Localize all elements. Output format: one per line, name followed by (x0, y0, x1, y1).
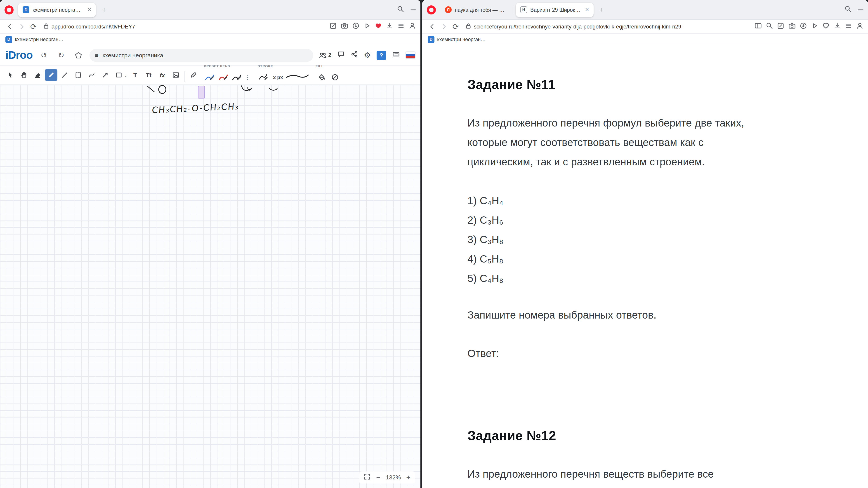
undo-icon[interactable]: ↺ (38, 49, 50, 61)
whiteboard-canvas[interactable]: CH₃CH₂-O-CH₂CH₃ − 132% + (0, 85, 421, 488)
save-page-icon[interactable] (352, 22, 360, 31)
back-icon[interactable] (427, 21, 438, 32)
arrow-tool-icon[interactable] (99, 69, 112, 81)
tab-close-icon[interactable]: ✕ (87, 7, 91, 13)
preset-pen-blue-icon[interactable] (204, 71, 216, 84)
profile-icon[interactable] (856, 22, 864, 31)
image-tool-icon[interactable] (169, 69, 182, 81)
new-tab-button[interactable]: + (98, 4, 110, 15)
yandex-favicon: Я (445, 6, 452, 13)
help-button[interactable]: ? (377, 51, 386, 60)
chat-icon[interactable] (337, 51, 345, 60)
no-fill-icon[interactable] (329, 71, 341, 84)
stroke-group: STROKE 2 px (254, 63, 312, 87)
profile-icon[interactable] (409, 22, 416, 31)
redo-icon[interactable]: ↻ (55, 49, 67, 61)
opera-logo-icon[interactable] (427, 5, 436, 14)
reload-icon[interactable]: ⟳ (28, 21, 39, 32)
preset-pen-red-icon[interactable] (217, 71, 230, 84)
reader-view-icon[interactable] (754, 22, 762, 31)
settings-gear-icon[interactable]: ⚙ (364, 51, 371, 59)
address-bar: ⟳ scienceforyou.ru/trenirovochnye-varian… (422, 20, 868, 34)
curve-tool-icon[interactable] (86, 69, 98, 81)
fill-bucket-icon[interactable] (315, 71, 328, 84)
idroo-logo[interactable]: iDroo (5, 49, 33, 61)
edit-page-icon[interactable] (777, 22, 784, 31)
tab-strip: Я наука для тебя — Яндекс Н Вариант 29 Ш… (422, 0, 868, 20)
lasso-select-tool-icon[interactable] (72, 69, 85, 81)
stroke-width-value[interactable]: 2 px (273, 74, 283, 80)
bookmark-heart-icon[interactable] (822, 22, 830, 31)
preset-pens-group: PRESET PENS ⋮ (200, 63, 254, 87)
tab-variant-29[interactable]: Н Вариант 29 Широкопояс ✕ (516, 2, 594, 17)
collaborators-button[interactable]: 2 (319, 52, 331, 59)
opera-logo-icon[interactable] (4, 5, 13, 14)
edit-page-icon[interactable] (330, 22, 337, 31)
fill-label: FILL (315, 64, 324, 68)
tab-search-icon[interactable] (844, 5, 852, 14)
formula-tool-icon[interactable]: fx (156, 69, 168, 81)
browser-menu-icon[interactable] (845, 22, 852, 31)
downloads-icon[interactable] (386, 22, 393, 31)
minimize-icon[interactable] (858, 9, 864, 10)
tab-idroo-board[interactable]: D кхемистри неорганика ✕ (18, 2, 96, 17)
zoom-in-icon[interactable]: + (406, 474, 410, 481)
forward-icon[interactable] (438, 21, 450, 32)
stroke-style-icon[interactable] (257, 71, 270, 84)
eraser-tool-icon[interactable] (31, 69, 44, 81)
url-field[interactable]: app.idroo.com/boards/nKtlvFDEY7 (40, 21, 329, 32)
board-menu-icon[interactable]: ≡ (95, 52, 98, 59)
share-icon[interactable] (351, 51, 358, 60)
address-bar: ⟳ app.idroo.com/boards/nKtlvFDEY7 (0, 20, 421, 34)
lock-icon (43, 23, 49, 30)
fit-screen-icon[interactable] (364, 473, 371, 482)
browser-menu-icon[interactable] (397, 22, 405, 31)
preset-pens-more-icon[interactable]: ⋮ (245, 74, 250, 80)
tab-divider (513, 6, 513, 14)
selection-marker[interactable] (198, 86, 205, 98)
idroo-browser-window: D кхемистри неорганика ✕ + ⟳ (0, 0, 421, 488)
reload-icon[interactable]: ⟳ (450, 21, 461, 32)
bookmark-heart-icon[interactable] (375, 22, 382, 31)
pan-hand-tool-icon[interactable] (18, 69, 30, 81)
bookmark-item[interactable]: кхемистри неорган… (437, 37, 486, 42)
url-field[interactable]: scienceforyou.ru/trenirovochnye-varianty… (462, 21, 754, 32)
shape-dropdown-icon[interactable]: ⌄ (124, 72, 128, 77)
text-style-tool-icon[interactable]: Tt (143, 69, 155, 81)
zoom-out-icon[interactable]: − (376, 474, 380, 481)
sidebar-player-icon[interactable] (364, 22, 371, 31)
tab-title: кхемистри неорганика (33, 7, 83, 12)
forward-icon[interactable] (16, 21, 27, 32)
line-tool-icon[interactable] (58, 69, 71, 81)
tab-yandex[interactable]: Я наука для тебя — Яндекс (440, 2, 510, 17)
downloads-icon[interactable] (834, 22, 841, 31)
bookmark-item[interactable]: кхемистри неорган… (15, 37, 64, 42)
find-on-page-icon[interactable] (766, 22, 773, 31)
tab-close-icon[interactable]: ✕ (585, 7, 589, 13)
preset-pen-black-icon[interactable] (230, 71, 243, 84)
shape-rect-tool-icon[interactable] (113, 69, 125, 81)
sidebar-player-icon[interactable] (811, 22, 818, 31)
option-3: 3) C₃H₈ (467, 230, 841, 250)
tab-search-icon[interactable] (397, 5, 404, 14)
stroke-label: STROKE (258, 64, 273, 68)
zoom-level: 132% (386, 474, 401, 481)
pen-tool-icon[interactable] (45, 69, 57, 81)
task-11-options: 1) C₄H₄ 2) C₃H₆ 3) C₃H₈ 4) C₅H₈ 5) C₄H₈ (467, 191, 841, 288)
text-tool-icon[interactable]: T (129, 69, 142, 81)
select-tool-icon[interactable] (4, 69, 17, 81)
snapshot-icon[interactable] (788, 22, 796, 31)
eyedropper-tool-icon[interactable] (187, 69, 200, 81)
board-title-field[interactable]: ≡ кхемистри неорганика (90, 48, 313, 62)
tab-title: Вариант 29 Широкопояс (530, 7, 581, 12)
new-tab-button[interactable]: + (596, 4, 607, 15)
stroke-preview[interactable] (286, 73, 309, 81)
save-page-icon[interactable] (800, 22, 807, 31)
minimize-icon[interactable] (410, 9, 416, 10)
language-flag-icon[interactable] (406, 52, 415, 58)
shapes-icon[interactable] (72, 49, 84, 61)
back-icon[interactable] (4, 21, 16, 32)
keyboard-icon[interactable] (392, 51, 400, 60)
snapshot-icon[interactable] (341, 22, 348, 31)
bookmark-favicon: D (5, 36, 12, 43)
